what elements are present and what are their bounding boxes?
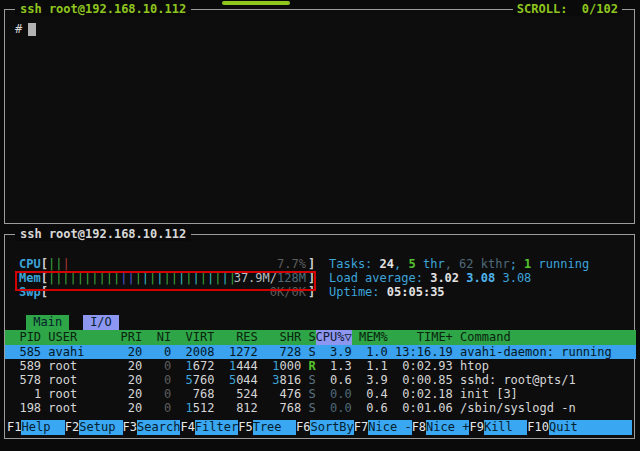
fkey-filter[interactable]: F4Filter — [180, 420, 238, 435]
load-average-line: Load average: 3.02 3.08 3.08 — [329, 271, 589, 285]
cell-s: S — [301, 373, 315, 387]
fkey-kill[interactable]: F9Kill — [469, 420, 527, 435]
fkey-action-label: Tree — [253, 420, 296, 435]
process-row-198[interactable]: 198root2001512812768S0.00.60:01.06/sbin/… — [5, 401, 636, 415]
fkey-key-label: F3 — [123, 420, 137, 435]
column-header-cmd[interactable]: Command — [453, 330, 636, 345]
cell-res: 1444 — [214, 359, 257, 373]
bracket: ] — [308, 271, 315, 285]
column-header-user[interactable]: USER — [41, 330, 113, 345]
fkey-key-label: F1 — [7, 420, 21, 435]
fkey-action-label: Search — [137, 420, 180, 435]
mem-meter-label: Mem — [19, 271, 41, 285]
fkey-setup[interactable]: F2Setup — [65, 420, 123, 435]
mem-meter-bars: |||||||||||||||||||||||||| — [48, 271, 236, 285]
cell-mem: 0.6 — [352, 401, 388, 415]
cell-cpu: 1.3 — [316, 359, 352, 373]
cell-res: 524 — [214, 387, 257, 401]
cell-pri: 20 — [113, 345, 142, 359]
column-header-pid[interactable]: PID — [5, 330, 41, 345]
cell-ni: 0 — [142, 401, 171, 415]
cell-cpu: 3.9 — [316, 345, 352, 359]
cpu-meter-label: CPU — [19, 257, 41, 271]
bar-segment: | — [221, 271, 228, 285]
process-row-589[interactable]: 589root200167214441000R1.31.10:02.93htop — [5, 359, 636, 373]
column-header-shr[interactable]: SHR — [258, 330, 301, 345]
text-cursor — [28, 23, 36, 36]
fkey-nice-[interactable]: F8Nice + — [412, 420, 470, 435]
fkey-key-label: F4 — [180, 420, 194, 435]
fkey-action-label: Quit — [549, 420, 632, 435]
cell-ni: 0 — [142, 387, 171, 401]
column-header-virt[interactable]: VIRT — [171, 330, 214, 345]
mem-meter: Mem[||||||||||||||||||||||||||37.9M/128M… — [19, 271, 319, 285]
column-header-cpu[interactable]: CPU%▽ — [316, 330, 352, 345]
fkey-tree[interactable]: F5Tree — [238, 420, 296, 435]
cell-pid: 585 — [5, 345, 41, 359]
cell-pri: 20 — [113, 359, 142, 373]
cell-cmd: sshd: root@pts/1 — [453, 373, 636, 387]
column-header-pri[interactable]: PRI — [113, 330, 142, 345]
cell-user: root — [41, 359, 113, 373]
fkey-action-label: Filter — [195, 420, 238, 435]
fkey-sortby[interactable]: F6SortBy — [296, 420, 354, 435]
fkey-key-label: F6 — [296, 420, 310, 435]
swp-meter-value: 0K/0K — [270, 285, 306, 299]
fkey-nice-[interactable]: F7Nice - — [354, 420, 412, 435]
process-row-1[interactable]: 1root200768524476S0.00.40:02.18init [3] — [5, 387, 636, 401]
process-row-578[interactable]: 578root200576050443816S0.63.90:00.85sshd… — [5, 373, 636, 387]
cell-pid: 578 — [5, 373, 41, 387]
cell-user: root — [41, 387, 113, 401]
bar-segment: || — [120, 271, 134, 285]
cell-s: S — [301, 387, 315, 401]
shell-pane[interactable]: ssh root@192.168.10.112 SCROLL: 0/102 # — [4, 9, 635, 224]
cell-s: S — [301, 401, 315, 415]
fkey-key-label: F10 — [527, 420, 549, 435]
scroll-indicator: SCROLL: 0/102 — [513, 2, 622, 16]
cell-res: 1272 — [214, 345, 257, 359]
cpu-meter-body: |||7.7% — [48, 257, 308, 271]
column-header-s[interactable]: S — [301, 330, 315, 345]
fkey-key-label: F2 — [65, 420, 79, 435]
cell-time: 0:00.85 — [388, 373, 453, 387]
cell-time: 13:16.19 — [388, 345, 453, 359]
column-header-time[interactable]: TIME+ — [388, 330, 453, 345]
fkey-action-label: Nice - — [368, 420, 411, 435]
cell-pid: 1 — [5, 387, 41, 401]
cell-ni: 0 — [142, 373, 171, 387]
cell-cpu: 0.0 — [316, 401, 352, 415]
fkey-key-label: F8 — [412, 420, 426, 435]
fkey-action-label: Setup — [79, 420, 122, 435]
fkey-key-label: F5 — [238, 420, 252, 435]
tab-main[interactable]: Main — [26, 315, 69, 330]
fkey-action-label: Kill — [484, 420, 527, 435]
fkey-help[interactable]: F1Help — [7, 420, 65, 435]
tab-i-o[interactable]: I/O — [83, 315, 119, 330]
uptime-line: Uptime: 05:05:35 — [329, 285, 589, 299]
swp-meter-label: Swp — [19, 285, 41, 299]
mem-meter-body: ||||||||||||||||||||||||||37.9M/128M — [48, 271, 308, 285]
cell-cmd: /sbin/syslogd -n — [453, 401, 636, 415]
cell-virt: 5760 — [171, 373, 214, 387]
cell-user: avahi — [41, 345, 113, 359]
cell-shr: 3816 — [258, 373, 301, 387]
column-header-res[interactable]: RES — [214, 330, 257, 345]
cell-shr: 728 — [258, 345, 301, 359]
column-header-mem[interactable]: MEM% — [352, 330, 388, 345]
fkey-action-label: Nice + — [426, 420, 469, 435]
process-row-585[interactable]: 585avahi20020081272728S3.91.013:16.19ava… — [5, 345, 636, 359]
stats-column: Tasks: 24, 5 thr, 62 kthr; 1 runningLoad… — [329, 257, 589, 299]
column-header-ni[interactable]: NI — [142, 330, 171, 345]
swp-meter: Swp[0K/0K] — [19, 285, 319, 299]
fkey-quit[interactable]: F10Quit — [527, 420, 632, 435]
fkey-search[interactable]: F3Search — [123, 420, 181, 435]
cell-cmd: htop — [453, 359, 636, 373]
htop-pane[interactable]: ssh root@192.168.10.112 CPU[|||7.7%]Mem[… — [4, 234, 635, 439]
cell-shr: 476 — [258, 387, 301, 401]
bar-segment: | — [142, 271, 149, 285]
cell-time: 0:02.18 — [388, 387, 453, 401]
bracket: [ — [41, 271, 48, 285]
meters-column: CPU[|||7.7%]Mem[||||||||||||||||||||||||… — [19, 257, 319, 299]
cell-ni: 0 — [142, 345, 171, 359]
bar-segment: | — [62, 257, 69, 271]
